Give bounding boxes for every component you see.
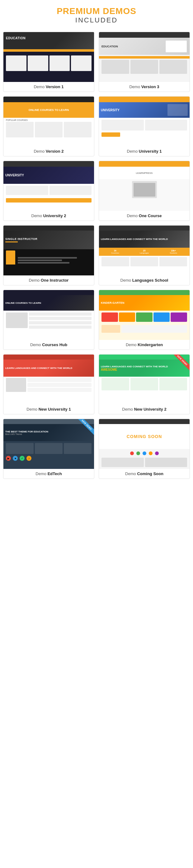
demo-label-edtech: Demo EdTech [3,469,94,478]
demo-thumbnail-coming: COMING SOON [99,419,190,469]
demo-uni2-hero-text: UNIVERSITY [5,174,24,177]
demo-item-onecourse[interactable]: LEARNPRESS Demo One Course [99,161,190,221]
page-wrapper: PREMIUM DEMOS INCLUDED EDUCATION Demo Ve… [0,0,193,485]
coming-dot-5 [155,452,159,455]
demo-lang-hero-text: Learn languages and connect with the wor… [101,238,168,241]
demo-v2-hero-text: ONLINE COURSES TO LEARN [29,108,69,112]
demo-name-uni2: University 2 [43,213,66,218]
demo-thumbnail-uni1: UNIVERSITY [99,97,190,147]
demo-newuni1-hero-text: LEARN LANGUAGES AND CONNECT WITH THE WOR… [5,367,72,370]
demo-label-uni1: Demo University 1 [99,147,190,156]
demo-label-v3: Demo Version 3 [99,82,190,92]
demo-item-coming[interactable]: COMING SOON Demo Coming Soon [99,419,190,479]
coming-dot-4 [149,452,153,455]
demo-name-uni1: University 1 [139,149,162,154]
demo-item-edtech[interactable]: The Best Theme for Education Best LMS Th… [3,419,94,479]
new-demo-badge-edtech [75,419,94,438]
lang-stat2: 25 Languages [131,250,158,254]
lang-stat3: 10k+ Students [160,250,187,254]
demo-label-kinder: Demo Kindergarten [99,340,190,349]
demo-name-onecourse: One Course [139,213,162,218]
demo-kinder-hero-text: KINDER-GARTEN [101,301,125,304]
demo-newuni2-awesome: AWESOME [101,368,168,371]
demo-name-edtech: EdTech [47,471,62,476]
demo-v1-hero-text: EDUCATION [6,36,26,40]
demo-thumbnail-instructor: SINGLE INSTRUCTOR [3,225,94,275]
demo-item-instructor[interactable]: SINGLE INSTRUCTOR Demo One Instructor [3,225,94,285]
demo-item-uni2[interactable]: UNIVERSITY Demo University 2 [3,161,94,221]
demo-label-newuni1: Demo New University 1 [3,404,94,414]
lang-stat1: 34 Countries [101,250,129,254]
demo-thumbnail-uni2: UNIVERSITY [3,161,94,211]
demo-name-v1: Version 1 [46,85,64,89]
demo-thumbnail-v1: EDUCATION [3,32,94,82]
demo-name-v3: Version 3 [141,85,159,89]
demo-thumbnail-lang: Learn languages and connect with the wor… [99,225,190,275]
demo-instructor-hero-text: SINGLE INSTRUCTOR [5,238,37,241]
coming-dot-3 [142,452,146,455]
demo-newuni2-hero-text: LEARN LANGUAGES AND CONNECT WITH THE WOR… [101,365,168,368]
demo-name-lang: Languages School [132,278,168,283]
demo-thumbnail-v2: ONLINE COURSES TO LEARN POPULAR COURSES [3,97,94,147]
demo-thumbnail-newuni2: LEARN LANGUAGES AND CONNECT WITH THE WOR… [99,354,190,404]
demo-name-kinder: Kindergarten [137,342,163,347]
header: PREMIUM DEMOS INCLUDED [3,6,190,24]
demo-label-v1: Demo Version 1 [3,82,94,92]
demo-item-lang[interactable]: Learn languages and connect with the wor… [99,225,190,285]
demo-thumbnail-newuni1: LEARN LANGUAGES AND CONNECT WITH THE WOR… [3,354,94,404]
demo-coming-text: COMING SOON [127,434,162,439]
header-subtitle: INCLUDED [3,16,190,24]
demo-label-lang: Demo Languages School [99,275,190,285]
demo-thumbnail-edtech: The Best Theme for Education Best LMS Th… [3,419,94,469]
demo-thumbnail-v3: EDUCATION [99,32,190,82]
coming-dot-1 [130,452,134,455]
demo-item-courses-hub[interactable]: ONLINE COURSES TO LEARN Demo Courses Hub [3,290,94,350]
demo-item-v2[interactable]: ONLINE COURSES TO LEARN POPULAR COURSES … [3,96,94,156]
edtech-icon4: ♪ [27,456,31,461]
demo-thumbnail-kinder: KINDER-GARTEN [99,290,190,340]
demo-label-courses-hub: Demo Courses Hub [3,340,94,349]
demo-item-v3[interactable]: EDUCATION Demo Version 3 [99,32,190,92]
demo-onecourse-hero-text: LEARNPRESS [136,172,153,175]
demo-item-kinder[interactable]: KINDER-GARTEN Demo Kindergarten [99,290,190,350]
demo-label-onecourse: Demo One Course [99,211,190,221]
demo-label-v2: Demo Version 2 [3,147,94,156]
demo-courses-hub-hero-text: ONLINE COURSES TO LEARN [5,302,41,304]
demo-uni1-hero-text: UNIVERSITY [101,108,120,112]
new-demo-badge-newuni2 [171,354,190,373]
demo-label-newuni2: Demo New University 2 [99,404,190,414]
demo-item-newuni1[interactable]: LEARN LANGUAGES AND CONNECT WITH THE WOR… [3,354,94,414]
demo-label-instructor: Demo One Instructor [3,275,94,285]
demo-thumbnail-courses-hub: ONLINE COURSES TO LEARN [3,290,94,340]
edtech-icon3: ✓ [20,456,25,461]
demo-label-uni2: Demo University 2 [3,211,94,221]
demo-name-v2: Version 2 [46,149,64,154]
edtech-icon2: ★ [13,456,18,461]
demo-name-courses-hub: Courses Hub [42,342,67,347]
demo-name-instructor: One Instructor [41,278,69,283]
demo-edtech-hero-text: The Best Theme for Education [5,430,48,433]
demo-item-newuni2[interactable]: LEARN LANGUAGES AND CONNECT WITH THE WOR… [99,354,190,414]
demo-label-coming: Demo Coming Soon [99,469,190,478]
demo-name-newuni2: New University 2 [134,407,166,411]
demo-item-v1[interactable]: EDUCATION Demo Version 1 [3,32,94,92]
demo-name-newuni1: New University 1 [39,407,71,411]
demo-name-coming: Coming Soon [137,471,163,476]
demo-item-uni1[interactable]: UNIVERSITY Demo University 1 [99,96,190,156]
edtech-icon1: ▶ [6,456,11,461]
demos-grid: EDUCATION Demo Version 1 EDUCATION [3,32,190,479]
coming-dot-2 [136,452,140,455]
demo-v3-hero-text: EDUCATION [101,45,118,48]
header-title: PREMIUM DEMOS [3,6,190,16]
demo-thumbnail-onecourse: LEARNPRESS [99,161,190,211]
